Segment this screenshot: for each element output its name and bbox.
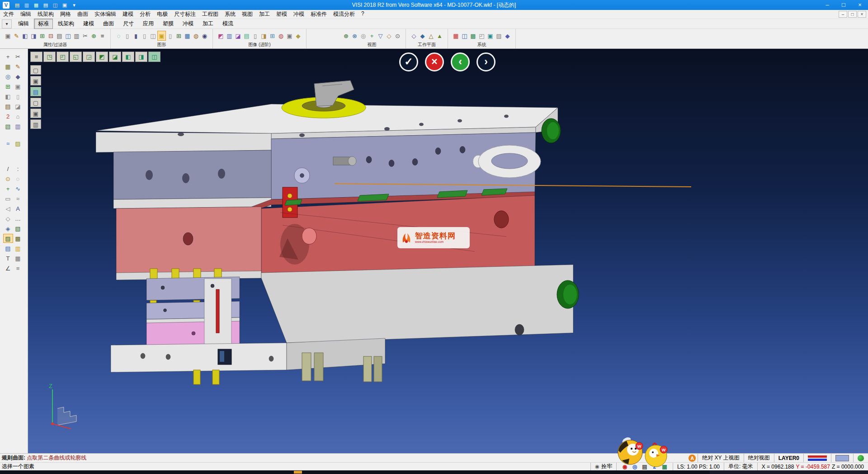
left-tool-icon[interactable]: ▭ xyxy=(3,194,13,203)
menu-item[interactable]: 冲模 xyxy=(290,10,307,18)
toolbar-tab[interactable]: 曲面 xyxy=(99,19,118,29)
toolbar-icon[interactable]: ▥ xyxy=(72,31,81,41)
undo-icon[interactable]: ◫ xyxy=(51,1,59,9)
restore-button[interactable]: □ xyxy=(835,0,852,10)
menu-item[interactable]: 加工 xyxy=(256,10,273,18)
toolbar-icon[interactable]: ▯ xyxy=(166,31,175,41)
toolbar-icon[interactable]: ◨ xyxy=(29,31,38,41)
toolbar-tab[interactable]: 加工 xyxy=(198,19,217,29)
left-tool-icon[interactable]: A xyxy=(13,204,23,213)
toolbar-tab[interactable]: 模流 xyxy=(218,19,237,29)
clip-2-icon[interactable]: ▣ xyxy=(30,76,41,85)
toolbar-icon[interactable]: ▦ xyxy=(183,31,192,41)
mold-model-canvas[interactable]: Z xyxy=(28,49,868,453)
new-file-icon[interactable]: ▤ xyxy=(13,1,21,9)
view-iso2-icon[interactable]: ◨ xyxy=(135,52,147,62)
toolbar-tab[interactable]: 标准 xyxy=(34,19,53,29)
toolbar-icon[interactable]: ◧ xyxy=(21,31,29,41)
toolbar-icon[interactable]: ◆ xyxy=(418,31,427,41)
toolbar-icon[interactable]: ◌ xyxy=(114,31,123,41)
left-tool-icon[interactable]: … xyxy=(13,214,23,223)
color-swatch-cell[interactable] xyxy=(803,454,831,462)
toolbar-tab[interactable]: 尺寸 xyxy=(119,19,138,29)
menu-item[interactable]: 网格 xyxy=(57,10,74,18)
mold-assembly[interactable] xyxy=(96,81,691,384)
toolbar-icon[interactable]: ▯ xyxy=(140,31,149,41)
left-tool-icon[interactable]: 2 xyxy=(3,112,13,121)
view-left-icon[interactable]: ◪ xyxy=(109,52,121,62)
toolbar-icon[interactable]: ◍ xyxy=(277,31,285,41)
view-bottom-icon[interactable]: ◱ xyxy=(70,52,82,62)
toolbar-icon[interactable]: ◆ xyxy=(294,31,302,41)
menu-item[interactable]: 电极 xyxy=(154,10,171,18)
toolbar-icon[interactable]: ▤ xyxy=(55,31,64,41)
toolbar-icon[interactable]: ▯ xyxy=(123,31,132,41)
toolbar-icon[interactable]: ◪ xyxy=(234,31,242,41)
menu-item[interactable]: 分析 xyxy=(137,10,154,18)
left-tool-icon[interactable]: ▥ xyxy=(13,122,23,131)
toolbar-icon[interactable]: ◰ xyxy=(477,31,486,41)
view-back-icon[interactable]: ◩ xyxy=(96,52,108,62)
menu-item[interactable]: 工程图 xyxy=(199,10,222,18)
confirm-next-button[interactable]: › xyxy=(476,52,495,71)
toolbar-tab[interactable]: 冲模 xyxy=(179,19,198,29)
toolbar-icon[interactable]: ◇ xyxy=(385,31,393,41)
toolbar-icon[interactable]: ▮ xyxy=(132,31,140,41)
menu-item[interactable]: 标准件 xyxy=(307,10,330,18)
3d-viewport[interactable]: Z xyxy=(28,49,868,453)
left-tool-icon[interactable]: ▧ xyxy=(3,122,13,131)
left-tool-icon[interactable]: ◆ xyxy=(13,72,23,81)
left-tool-icon[interactable]: ◇ xyxy=(3,214,13,223)
menu-item[interactable]: 塑模 xyxy=(273,10,290,18)
view-iso-icon[interactable]: ◳ xyxy=(43,52,56,62)
left-tool-icon[interactable]: ◎ xyxy=(3,72,13,81)
left-tool-icon[interactable]: ◌ xyxy=(13,174,23,183)
toolbar-icon[interactable]: ⊙ xyxy=(393,31,402,41)
left-tool-icon[interactable]: + xyxy=(3,52,13,61)
left-tool-icon[interactable]: ▩ xyxy=(13,234,23,243)
toolbar-tab[interactable]: 应用 xyxy=(139,19,158,29)
toolbar-icon[interactable]: ◉ xyxy=(200,31,209,41)
toolbar-icon[interactable]: ◇ xyxy=(410,31,418,41)
minimize-button[interactable]: – xyxy=(819,0,835,10)
menu-item[interactable]: ? xyxy=(358,10,368,18)
left-tool-icon[interactable]: ∠ xyxy=(3,264,13,273)
save-file-icon[interactable]: ▦ xyxy=(32,1,40,9)
clip-5-icon[interactable]: ▣ xyxy=(30,109,41,118)
toolbar-icon[interactable]: ⊕ xyxy=(342,31,350,41)
doc-restore-button[interactable]: □ xyxy=(848,11,857,18)
left-tool-icon[interactable]: ▤ xyxy=(3,244,13,253)
left-tool-icon[interactable]: ▧ xyxy=(13,224,23,233)
left-tool-icon[interactable]: ◈ xyxy=(3,224,13,233)
toolbar-icon[interactable]: ◍ xyxy=(192,31,200,41)
menu-item[interactable]: 编辑 xyxy=(17,10,34,18)
toolbar-icon[interactable]: ⊗ xyxy=(350,31,359,41)
taskbar[interactable] xyxy=(0,470,868,474)
left-tool-icon[interactable]: ▯ xyxy=(13,92,23,101)
menu-item[interactable]: 线架构 xyxy=(34,10,57,18)
toolbar-icon[interactable]: ▣ xyxy=(4,31,12,41)
view-top-icon[interactable]: ◰ xyxy=(57,52,69,62)
left-tool-icon[interactable]: ▣ xyxy=(13,82,23,91)
toolbar-icon[interactable]: ▣ xyxy=(157,31,166,41)
confirm-cancel-button[interactable]: × xyxy=(425,52,444,71)
toolbar-icon[interactable]: ✂ xyxy=(81,31,90,41)
left-tool-icon[interactable]: ⌂ xyxy=(13,112,23,121)
menu-item[interactable]: 系统 xyxy=(222,10,239,18)
toolbar-icon[interactable]: ⊞ xyxy=(268,31,277,41)
toolbar-icon[interactable]: ⊞ xyxy=(175,31,183,41)
left-tool-icon[interactable]: ▥ xyxy=(13,244,23,253)
toolbar-icon[interactable]: ▯ xyxy=(251,31,259,41)
toolbar-icon[interactable]: ◎ xyxy=(359,31,368,41)
left-tool-icon[interactable]: ◧ xyxy=(3,92,13,101)
left-tool-icon[interactable]: ▨ xyxy=(3,234,13,243)
dropdown-icon[interactable]: ▾ xyxy=(70,1,78,9)
left-tool-icon[interactable]: : xyxy=(13,164,23,173)
toolbar-icon[interactable]: ◫ xyxy=(149,31,157,41)
toolbar-icon[interactable]: ▩ xyxy=(469,31,477,41)
clip-4-icon[interactable]: ▢ xyxy=(30,98,41,107)
toolbar-icon[interactable]: ⊞ xyxy=(38,31,47,41)
toolbar-tab[interactable]: 线架构 xyxy=(54,19,78,29)
view-shaded-icon[interactable]: ◫ xyxy=(148,52,160,62)
view-right-icon[interactable]: ◧ xyxy=(122,52,134,62)
